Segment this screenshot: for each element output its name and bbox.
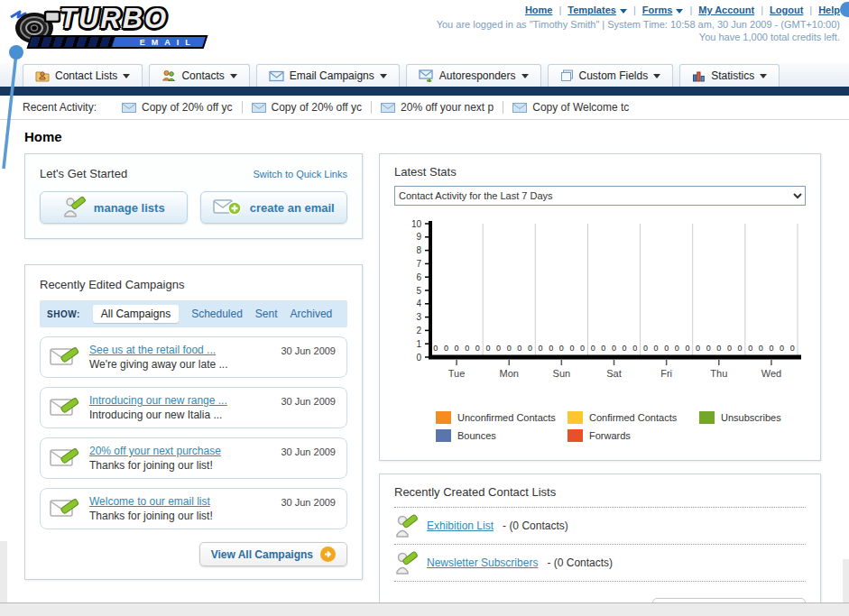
campaign-item: See us at the retail food ... We're givi… <box>40 336 347 378</box>
svg-text:0: 0 <box>559 344 564 353</box>
navy-divider-bar <box>0 87 849 96</box>
chevron-down-icon <box>123 74 130 78</box>
chevron-down-icon <box>230 74 237 78</box>
create-email-button[interactable]: create an email <box>200 191 348 224</box>
tab-autoresponders[interactable]: Autoresponders <box>406 64 541 87</box>
svg-text:Tue: Tue <box>448 368 466 379</box>
chart-legend: Unconfirmed ContactsConfirmed ContactsUn… <box>436 411 833 447</box>
campaign-subtitle: Introducing our new Italia ... <box>89 409 227 421</box>
credits-info: You have 1,000 total credits left. <box>437 32 840 42</box>
svg-text:0: 0 <box>507 344 512 353</box>
header-link-my-account[interactable]: My Account <box>698 5 754 15</box>
recent-activity-item[interactable]: 20% off your next p <box>372 101 503 114</box>
campaign-date: 30 Jun 2009 <box>281 345 336 356</box>
svg-text:0: 0 <box>696 344 700 353</box>
contact-list-link[interactable]: Exhibition List <box>427 519 494 532</box>
filter-archived[interactable]: Archived <box>291 308 333 320</box>
svg-text:Wed: Wed <box>761 368 781 379</box>
app-logo: TURBO EMAIL <box>7 3 215 50</box>
contact-list-count: - (0 Contacts) <box>503 519 568 532</box>
svg-text:0: 0 <box>623 344 627 353</box>
svg-text:0: 0 <box>539 344 543 353</box>
person-pencil-icon <box>394 550 418 575</box>
svg-text:Sat: Sat <box>606 368 622 379</box>
legend-item: Bounces <box>436 429 568 442</box>
legend-swatch <box>568 429 583 442</box>
contact-lists-panel: Recently Created Contact Lists Exhibitio… <box>379 473 821 616</box>
tab-label: Custom Fields <box>579 69 649 82</box>
svg-text:Fri: Fri <box>660 368 672 379</box>
chevron-down-icon <box>760 74 767 78</box>
svg-text:0: 0 <box>727 344 732 353</box>
tab-contacts[interactable]: Contacts <box>149 64 249 87</box>
envelope-icon <box>512 103 527 113</box>
svg-text:0: 0 <box>517 344 521 353</box>
envelope-pencil-icon <box>50 497 80 520</box>
person-pencil-icon <box>394 513 418 538</box>
recent-activity-item[interactable]: Copy of 20% off yc <box>243 101 373 114</box>
campaign-subtitle: We're giving away our late ... <box>89 358 227 371</box>
svg-text:3: 3 <box>416 312 421 322</box>
tab-custom-fields[interactable]: Custom Fields <box>548 64 674 87</box>
svg-text:0: 0 <box>790 344 795 353</box>
envelope-pencil-icon <box>50 396 80 419</box>
campaign-date: 30 Jun 2009 <box>281 446 336 457</box>
legend-swatch <box>436 429 451 442</box>
legend-item: Forwards <box>568 429 699 442</box>
tab-email-campaigns[interactable]: Email Campaigns <box>256 64 400 87</box>
header-link-forms[interactable]: Forms <box>642 5 673 15</box>
view-all-campaigns-button[interactable]: View All Campaigns <box>199 542 347 566</box>
header: TURBO EMAIL HomeTemplatesFormsMy Account… <box>0 0 849 63</box>
page-title: Home <box>24 129 849 144</box>
svg-text:1: 1 <box>416 339 421 349</box>
filter-sent[interactable]: Sent <box>255 308 278 320</box>
contacts-icon <box>161 69 176 82</box>
tab-label: Email Campaigns <box>290 69 374 82</box>
svg-text:0: 0 <box>549 344 553 353</box>
recent-activity-item[interactable]: Copy of 20% off yc <box>113 101 243 114</box>
campaign-title-link[interactable]: Introducing our new range ... <box>89 394 227 407</box>
filter-scheduled[interactable]: Scheduled <box>191 308 243 320</box>
contact-list-row: Exhibition List - (0 Contacts) <box>394 508 806 545</box>
legend-swatch <box>568 411 583 424</box>
header-link-home[interactable]: Home <box>525 5 553 15</box>
envelope-pencil-icon <box>50 446 80 470</box>
tab-label: Contact Lists <box>55 69 117 82</box>
stats-period-select[interactable]: Contact Activity for the Last 7 Days <box>394 186 806 206</box>
manage-lists-button[interactable]: manage lists <box>40 191 188 224</box>
svg-text:0: 0 <box>465 344 469 353</box>
contact-activity-chart: 0123456789100000000000000000000000000000… <box>394 215 805 406</box>
chevron-down-icon <box>620 9 627 14</box>
filter-all-campaigns[interactable]: All Campaigns <box>93 305 179 323</box>
tab-label: Autoresponders <box>439 69 516 82</box>
separator <box>803 5 818 15</box>
svg-text:0: 0 <box>716 344 721 353</box>
campaign-title-link[interactable]: 20% off your next purchase <box>89 445 221 457</box>
campaigns-panel-title: Recently Edited Campaigns <box>40 278 347 291</box>
chevron-down-icon <box>380 74 387 78</box>
tab-statistics[interactable]: Statistics <box>679 64 780 87</box>
campaign-item: Welcome to our email list Thanks for joi… <box>40 488 347 529</box>
contact-list-count: - (0 Contacts) <box>547 556 613 569</box>
switch-quick-links-link[interactable]: Switch to Quick Links <box>253 169 347 179</box>
tab-contact-lists[interactable]: Contact Lists <box>23 64 143 87</box>
contact-list-row: Newsletter Subscribers - (0 Contacts) <box>394 545 806 582</box>
envelope-icon <box>122 103 136 113</box>
svg-text:0: 0 <box>759 344 763 353</box>
contact-list-link[interactable]: Newsletter Subscribers <box>427 556 538 569</box>
chevron-down-icon <box>653 74 660 78</box>
svg-text:0: 0 <box>569 344 574 353</box>
header-link-logout[interactable]: Logout <box>770 5 803 15</box>
svg-text:0: 0 <box>444 344 448 353</box>
legend-item: Confirmed Contacts <box>568 411 699 424</box>
campaign-subtitle: Thanks for joining our list! <box>89 510 213 522</box>
autoresponders-icon <box>419 69 434 82</box>
recent-activity-item[interactable]: Copy of Welcome tc <box>503 101 638 114</box>
campaign-title-link[interactable]: See us at the retail food ... <box>89 344 227 356</box>
svg-text:10: 10 <box>411 219 422 229</box>
header-link-templates[interactable]: Templates <box>568 5 616 15</box>
header-link-help[interactable]: Help <box>818 5 840 15</box>
logo-bar: EMAIL <box>27 35 208 49</box>
recent-activity-bar: Recent Activity: Copy of 20% off yc Copy… <box>0 96 849 120</box>
campaign-title-link[interactable]: Welcome to our email list <box>89 495 213 508</box>
